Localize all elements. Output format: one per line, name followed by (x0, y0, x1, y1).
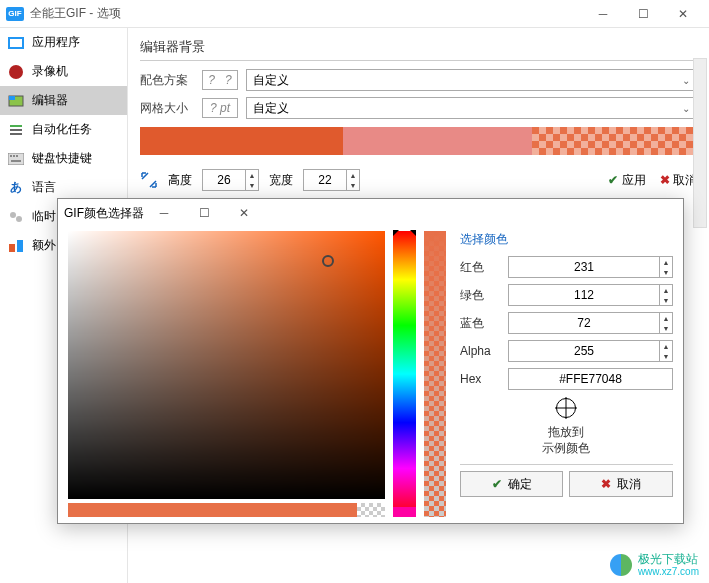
hue-slider[interactable] (393, 231, 415, 517)
color-picker-dialog: GIF 颜色选择器 ─ ☐ ✕ 选择颜色 红色 (57, 198, 684, 524)
scheme-dropdown[interactable]: 自定义 ⌄ (246, 69, 697, 91)
dialog-title: 颜色选择器 (84, 205, 144, 222)
extras-icon (8, 238, 24, 254)
sidebar-item-app[interactable]: 应用程序 (0, 28, 127, 57)
svg-rect-2 (10, 125, 22, 127)
vertical-scrollbar[interactable] (693, 58, 707, 228)
svg-rect-6 (10, 155, 12, 157)
swatch-secondary[interactable] (343, 127, 533, 155)
dialog-minimize-button[interactable]: ─ (144, 199, 184, 227)
check-icon: ✔ (492, 477, 502, 491)
svg-rect-5 (8, 153, 24, 165)
resize-icon[interactable] (140, 171, 158, 189)
spin-down[interactable]: ▼ (246, 180, 258, 190)
red-input[interactable] (509, 257, 659, 277)
window-title: 全能王GIF - 选项 (30, 5, 583, 22)
watermark-name: 极光下载站 (638, 553, 699, 566)
blue-label: 蓝色 (460, 315, 502, 332)
red-spinner[interactable]: ▲▼ (508, 256, 673, 278)
green-label: 绿色 (460, 287, 502, 304)
minimize-button[interactable]: ─ (583, 0, 623, 28)
transparency-preview (357, 503, 386, 517)
svg-rect-1 (9, 96, 15, 100)
grid-dropdown[interactable]: 自定义 ⌄ (246, 97, 697, 119)
ok-button[interactable]: ✔ 确定 (460, 471, 564, 497)
scheme-value: 自定义 (253, 72, 289, 89)
sidebar-item-editor[interactable]: 编辑器 (0, 86, 127, 115)
width-spinner[interactable]: ▲▼ (303, 169, 360, 191)
chevron-down-icon: ⌄ (682, 103, 690, 114)
svg-rect-9 (11, 160, 21, 162)
height-label: 高度 (168, 172, 192, 189)
alpha-input[interactable] (509, 341, 659, 361)
green-spinner[interactable]: ▲▼ (508, 284, 673, 306)
spin-down[interactable]: ▼ (660, 351, 672, 361)
svg-rect-8 (16, 155, 18, 157)
swatch-checker[interactable] (532, 127, 697, 155)
scheme-preview[interactable] (202, 70, 238, 90)
spin-up[interactable]: ▲ (347, 170, 359, 180)
spin-up[interactable]: ▲ (246, 170, 258, 180)
saturation-value-picker[interactable] (68, 231, 385, 499)
sidebar-item-recorder[interactable]: 录像机 (0, 57, 127, 86)
sidebar-item-label: 额外 (32, 237, 56, 254)
x-icon: ✖ (660, 173, 670, 187)
app-icon: GIF (6, 7, 24, 21)
svg-point-10 (10, 212, 16, 218)
cancel-button[interactable]: ✖ 取消 (569, 471, 673, 497)
svg-rect-13 (17, 240, 23, 252)
sidebar-item-label: 键盘快捷键 (32, 150, 92, 167)
swatch-primary[interactable] (140, 127, 343, 155)
temp-icon (8, 209, 24, 225)
color-swatch-row[interactable] (140, 127, 697, 155)
watermark-url: www.xz7.com (638, 566, 699, 577)
grid-size-input[interactable] (202, 98, 238, 118)
check-icon: ✔ (608, 173, 618, 187)
spin-up[interactable]: ▲ (660, 257, 672, 267)
picker-section-title: 选择颜色 (460, 231, 673, 248)
spin-down[interactable]: ▼ (347, 180, 359, 190)
spin-down[interactable]: ▼ (660, 267, 672, 277)
sidebar-item-label: 编辑器 (32, 92, 68, 109)
dialog-maximize-button[interactable]: ☐ (184, 199, 224, 227)
chevron-down-icon: ⌄ (682, 75, 690, 86)
rect-icon (8, 35, 24, 51)
hex-input[interactable] (508, 368, 673, 390)
blue-spinner[interactable]: ▲▼ (508, 312, 673, 334)
tasks-icon (8, 122, 24, 138)
alpha-slider[interactable] (424, 231, 446, 517)
apply-button[interactable]: ✔ 应用 (608, 172, 645, 189)
sidebar-item-tasks[interactable]: 自动化任务 (0, 115, 127, 144)
sidebar-item-label: 临时 (32, 208, 56, 225)
alpha-spinner[interactable]: ▲▼ (508, 340, 673, 362)
x-icon: ✖ (601, 477, 611, 491)
height-input[interactable] (203, 173, 245, 187)
watermark: 极光下载站 www.xz7.com (610, 553, 699, 577)
spin-up[interactable]: ▲ (660, 341, 672, 351)
sv-cursor[interactable] (322, 255, 334, 267)
spin-up[interactable]: ▲ (660, 313, 672, 323)
hue-marker[interactable] (393, 230, 415, 236)
record-icon (8, 64, 24, 80)
alpha-label: Alpha (460, 344, 502, 358)
spin-down[interactable]: ▼ (660, 295, 672, 305)
height-spinner[interactable]: ▲▼ (202, 169, 259, 191)
close-button[interactable]: ✕ (663, 0, 703, 28)
eyedropper-target-icon[interactable] (556, 398, 576, 418)
grid-value: 自定义 (253, 100, 289, 117)
maximize-button[interactable]: ☐ (623, 0, 663, 28)
green-input[interactable] (509, 285, 659, 305)
sidebar-item-label: 录像机 (32, 63, 68, 80)
scheme-label: 配色方案 (140, 72, 194, 89)
svg-rect-12 (9, 244, 15, 252)
spin-down[interactable]: ▼ (660, 323, 672, 333)
spin-up[interactable]: ▲ (660, 285, 672, 295)
cancel-button[interactable]: ✖ 取消 (660, 172, 697, 189)
grid-label: 网格大小 (140, 100, 194, 117)
blue-input[interactable] (509, 313, 659, 333)
red-label: 红色 (460, 259, 502, 276)
sidebar-item-shortcuts[interactable]: 键盘快捷键 (0, 144, 127, 173)
width-input[interactable] (304, 173, 346, 187)
editor-icon (8, 93, 24, 109)
dialog-close-button[interactable]: ✕ (224, 199, 264, 227)
